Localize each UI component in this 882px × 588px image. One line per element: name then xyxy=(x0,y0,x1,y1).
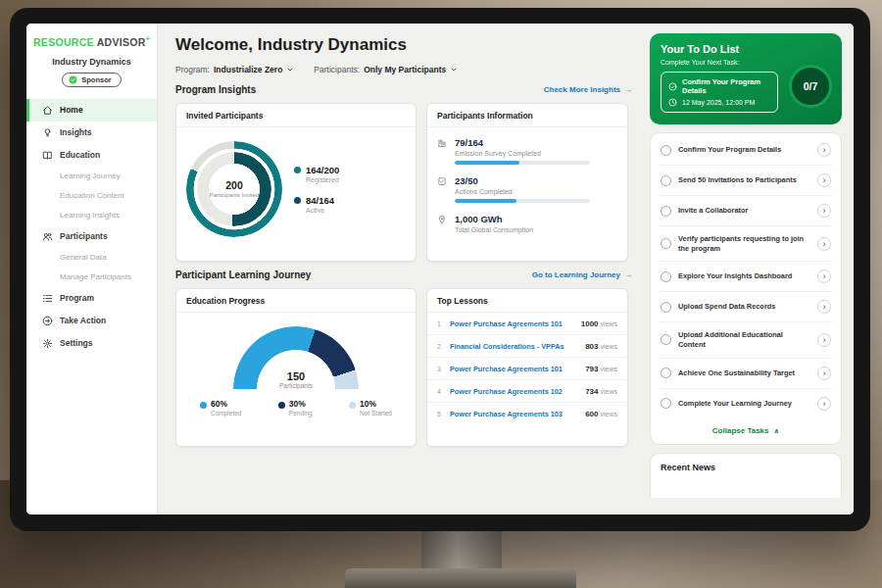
chevron-right-icon[interactable] xyxy=(817,333,831,347)
lesson-link[interactable]: Financial Considerations - VPPAs xyxy=(450,342,579,351)
legend-value: 164/200 xyxy=(306,165,339,175)
lesson-row: 4 Power Purchase Agreements 102 734 view… xyxy=(427,380,627,403)
legend-dot xyxy=(349,402,356,409)
task-checkbox[interactable] xyxy=(661,368,671,378)
legend-label: Pending xyxy=(289,410,313,416)
chevron-right-icon[interactable] xyxy=(817,237,831,251)
sponsor-label: Sponsor xyxy=(81,75,111,84)
task-label: Verify participants requesting to join t… xyxy=(678,234,810,253)
gear-icon xyxy=(42,338,53,349)
lesson-views: 600 views xyxy=(585,410,617,418)
task-row[interactable]: Send 50 Invitations to Participants xyxy=(660,166,832,196)
task-row[interactable]: Complete Your Learning Journey xyxy=(660,389,832,418)
sidebar-item-learning-journey[interactable]: Learning Journey xyxy=(26,167,157,186)
task-label: Invite a Collaborator xyxy=(678,206,810,216)
progress-bar-fill xyxy=(455,161,519,165)
sidebar-item-education[interactable]: Education xyxy=(26,144,157,167)
sidebar-item-settings[interactable]: Settings xyxy=(26,332,157,355)
chevron-right-icon[interactable] xyxy=(817,367,831,380)
task-row[interactable]: Upload Spend Data Records xyxy=(660,292,832,322)
sidebar-item-program[interactable]: Program xyxy=(26,287,157,310)
collapse-tasks-link[interactable]: Collapse Tasks xyxy=(660,418,832,442)
task-checkbox[interactable] xyxy=(661,238,671,249)
participants-filter-dropdown[interactable]: Participants: Only My Participants xyxy=(314,65,458,74)
sidebar-item-learning-insights[interactable]: Learning Insights xyxy=(26,206,157,225)
sidebar-item-take-action[interactable]: Take Action xyxy=(26,310,157,332)
chevron-right-icon[interactable] xyxy=(817,143,831,157)
chevron-down-icon xyxy=(286,66,294,74)
check-more-insights-link[interactable]: Check More Insights xyxy=(544,85,632,94)
legend-value: 30% xyxy=(289,399,306,409)
task-row[interactable]: Achieve One Sustainability Target xyxy=(660,359,832,389)
progress-bar-fill xyxy=(455,199,516,203)
gauge-center-value: 150 xyxy=(233,370,359,382)
task-checkbox[interactable] xyxy=(661,334,671,345)
task-row[interactable]: Invite a Collaborator xyxy=(660,196,832,226)
chevron-right-icon[interactable] xyxy=(817,270,831,283)
info-value: 79/164 xyxy=(455,137,590,148)
sidebar-item-manage-participants[interactable]: Manage Participants xyxy=(26,268,157,287)
task-checkbox[interactable] xyxy=(661,398,671,409)
lesson-link[interactable]: Power Purchase Agreements 101 xyxy=(450,319,575,328)
lesson-link[interactable]: Power Purchase Agreements 102 xyxy=(450,387,579,396)
program-filter-dropdown[interactable]: Program: Industrialize Zero xyxy=(175,65,294,74)
chevron-right-icon[interactable] xyxy=(817,397,831,411)
sidebar: RESOURCE ADVISOR+ Industry Dynamics Spon… xyxy=(26,24,158,514)
sponsor-badge[interactable]: Sponsor xyxy=(62,73,121,87)
clock-icon xyxy=(668,98,677,107)
sidebar-item-participants[interactable]: Participants xyxy=(26,225,157,248)
progress-bar xyxy=(455,199,590,203)
legend-item-registered: 164/200 Registered xyxy=(294,165,339,183)
card-title: Participants Information xyxy=(427,104,627,127)
education-progress-card: Education Progress 150 Participants xyxy=(175,288,416,447)
go-to-learning-journey-link[interactable]: Go to Learning Journey xyxy=(532,270,632,279)
gauge-center: 150 Participants xyxy=(233,370,359,389)
education-progress-gauge-chart: 150 Participants xyxy=(233,326,359,389)
next-task-label: Confirm Your Program Details xyxy=(682,77,770,95)
sidebar-nav: Home Insights Education Learning Journey… xyxy=(26,99,157,355)
invited-participants-donut-chart: 200 Participants Invited xyxy=(186,141,282,237)
nav-label: Take Action xyxy=(60,316,106,325)
donut-center-value: 200 xyxy=(225,179,243,191)
recent-news-card: Recent News xyxy=(650,453,842,498)
lesson-link[interactable]: Power Purchase Agreements 103 xyxy=(450,410,579,418)
task-checkbox[interactable] xyxy=(661,271,671,282)
legend-dot xyxy=(278,402,285,409)
sidebar-item-general-data[interactable]: General Data xyxy=(26,248,157,268)
chevron-right-icon[interactable] xyxy=(817,204,831,218)
task-row[interactable]: Verify participants requesting to join t… xyxy=(660,226,832,262)
progress-bar xyxy=(455,161,590,165)
legend-dot xyxy=(294,167,301,173)
task-row[interactable]: Upload Additional Educational Content xyxy=(660,322,832,358)
info-value: 1,000 GWh xyxy=(455,214,533,224)
monitor: RESOURCE ADVISOR+ Industry Dynamics Spon… xyxy=(10,8,870,531)
lesson-views: 1000 views xyxy=(581,319,617,328)
info-value: 23/50 xyxy=(455,175,590,186)
lesson-link[interactable]: Power Purchase Agreements 101 xyxy=(450,365,579,373)
dashboard-screen: RESOURCE ADVISOR+ Industry Dynamics Spon… xyxy=(26,24,854,514)
org-name: Industry Dynamics xyxy=(26,57,157,67)
task-label: Upload Additional Educational Content xyxy=(678,330,810,349)
sidebar-item-education-content[interactable]: Education Content xyxy=(26,186,157,206)
chevron-right-icon[interactable] xyxy=(817,173,831,187)
task-row[interactable]: Confirm Your Program Details xyxy=(660,135,832,166)
sidebar-item-home[interactable]: Home xyxy=(26,99,157,122)
next-task-card[interactable]: Confirm Your Program Details 12 May 2025… xyxy=(661,72,778,113)
chevron-right-icon[interactable] xyxy=(817,300,831,314)
legend-item-pending: 30% Pending xyxy=(278,399,313,416)
card-title: Top Lessons xyxy=(427,289,627,313)
donut-center: 200 Participants Invited xyxy=(186,141,282,237)
task-checkbox[interactable] xyxy=(661,175,671,186)
legend-value: 84/164 xyxy=(306,195,334,206)
sidebar-item-insights[interactable]: Insights xyxy=(26,122,157,144)
task-row[interactable]: Explore Your Insights Dashboard xyxy=(660,262,832,292)
task-checkbox[interactable] xyxy=(661,145,671,156)
task-checkbox[interactable] xyxy=(661,302,671,313)
top-lessons-card: Top Lessons 1 Power Purchase Agreements … xyxy=(426,288,628,447)
clipboard-check-icon xyxy=(437,176,447,203)
task-checkbox[interactable] xyxy=(661,206,671,217)
program-insights-header: Program Insights Check More Insights xyxy=(175,84,632,95)
info-row-consumption: 1,000 GWh Total Global Consumption xyxy=(437,214,617,237)
info-label: Total Global Consumption xyxy=(455,226,533,233)
task-label: Send 50 Invitations to Participants xyxy=(678,175,810,185)
